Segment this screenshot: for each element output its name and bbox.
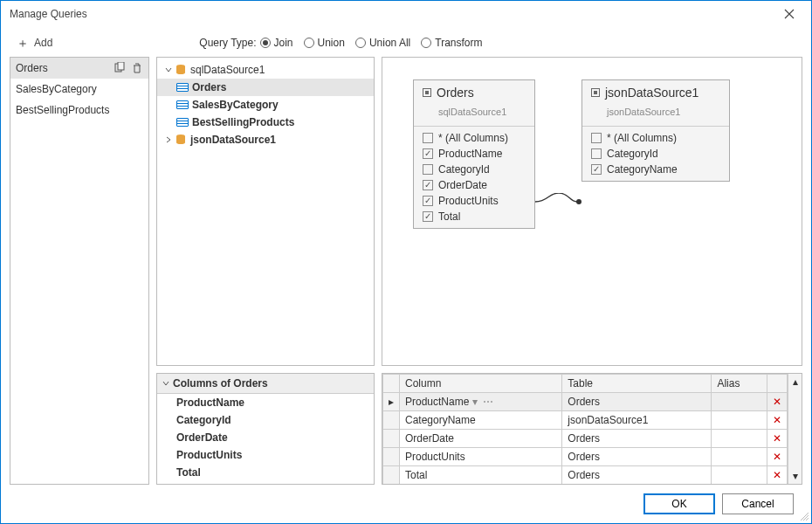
right-area: sqlDataSource1 Orders SalesByCategory [156,57,802,485]
chevron-down-icon[interactable] [162,66,175,73]
query-item-orders[interactable]: Orders [10,58,148,79]
collapse-icon[interactable] [423,88,431,97]
tree-node-jsondatasource1[interactable]: jsonDataSource1 [157,131,374,148]
query-item-bestsellingproducts[interactable]: BestSellingProducts [10,100,148,121]
checkbox-icon[interactable] [423,148,433,159]
delete-row-button[interactable]: ✕ [767,411,788,430]
scroll-up-icon[interactable]: ▴ [793,376,798,388]
column-all[interactable]: * (All Columns) [582,130,729,146]
cell-alias[interactable] [712,393,767,411]
radio-union-all[interactable]: Union All [355,37,410,49]
collapse-icon[interactable] [591,88,600,97]
column-categoryid[interactable]: CategoryId [582,146,729,162]
plus-icon: ＋ [17,37,29,49]
resize-grip-icon[interactable] [801,513,809,521]
cell-column[interactable]: OrderDate [400,430,562,448]
top-split: sqlDataSource1 Orders SalesByCategory [156,57,802,366]
radio-union[interactable]: Union [304,37,345,49]
ok-button[interactable]: OK [643,493,715,514]
join-connector[interactable] [535,193,582,210]
scroll-down-icon[interactable]: ▾ [793,470,798,482]
column-productunits[interactable]: ProductUnits [414,193,534,209]
tree-node-orders[interactable]: Orders [157,79,374,96]
column-item[interactable]: ProductUnits [157,446,374,464]
tree-node-salesbycategory[interactable]: SalesByCategory [157,96,374,114]
grid-row[interactable]: ProductUnitsOrders✕ [383,448,788,466]
query-type-group: Query Type: Join Union Union All Transfo… [199,37,489,49]
window-title: Manage Queries [10,8,87,20]
cell-alias[interactable] [712,430,767,448]
cell-column[interactable]: ProductUnits [400,448,562,466]
columns-panel-header[interactable]: Columns of Orders [157,374,374,394]
delete-row-button[interactable]: ✕ [767,430,788,448]
cell-table[interactable]: Orders [562,466,712,485]
col-header-table[interactable]: Table [562,375,712,393]
dropdown-icon[interactable]: ▾ ⋯ [469,396,493,408]
add-button[interactable]: ＋ Add [10,34,59,52]
cell-column[interactable]: CategoryName [400,411,562,430]
queries-panel: Orders SalesByCategory BestSellingProduc… [10,57,149,485]
table-card-jsondatasource1[interactable]: jsonDataSource1 jsonDataSource1 * (All C… [581,79,730,182]
cell-alias[interactable] [712,411,767,430]
radio-icon [260,38,271,48]
cell-alias[interactable] [712,448,767,466]
delete-icon[interactable] [131,62,143,74]
database-icon [175,64,187,76]
svg-point-4 [576,199,581,204]
delete-row-button[interactable]: ✕ [767,393,788,411]
checkbox-icon[interactable] [423,180,433,190]
checkbox-icon[interactable] [591,164,602,175]
query-item-salesbycategory[interactable]: SalesByCategory [10,79,148,100]
chevron-right-icon[interactable] [162,136,175,143]
radio-icon [421,38,431,48]
tree-node-bestsellingproducts[interactable]: BestSellingProducts [157,114,374,131]
checkbox-icon[interactable] [423,196,433,206]
grid-row[interactable]: CategoryNamejsonDataSource1✕ [383,411,788,430]
delete-row-button[interactable]: ✕ [767,448,788,466]
cancel-button[interactable]: Cancel [722,493,794,514]
grid-row[interactable]: TotalOrders✕ [383,466,788,485]
column-item[interactable]: ProductName [157,394,374,411]
delete-row-button[interactable]: ✕ [767,466,788,485]
col-header-column[interactable]: Column [400,375,562,393]
radio-icon [355,38,366,48]
cell-alias[interactable] [712,466,767,485]
svg-rect-1 [118,62,124,70]
column-item[interactable]: CategoryId [157,411,374,429]
grid-row[interactable]: ▸ ProductName ▾ ⋯ Orders ✕ [383,393,788,411]
grid-row[interactable]: OrderDateOrders✕ [383,430,788,448]
column-total[interactable]: Total [414,209,534,228]
card-header: jsonDataSource1 [582,80,729,101]
column-item[interactable]: OrderDate [157,429,374,446]
chevron-down-icon [162,380,169,387]
radio-join[interactable]: Join [260,37,293,49]
manage-queries-window: Manage Queries ＋ Add Query Type: Join Un… [0,0,812,524]
cell-table[interactable]: jsonDataSource1 [562,411,712,430]
radio-transform[interactable]: Transform [421,37,482,49]
column-categoryid[interactable]: CategoryId [414,162,534,177]
column-all[interactable]: * (All Columns) [414,130,534,146]
checkbox-icon[interactable] [423,164,433,175]
checkbox-icon[interactable] [591,148,602,159]
titlebar: Manage Queries [1,1,811,27]
column-productname[interactable]: ProductName [414,146,534,162]
checkbox-icon[interactable] [423,211,433,222]
cell-column[interactable]: ProductName ▾ ⋯ [400,393,562,411]
column-categoryname[interactable]: CategoryName [582,162,729,181]
cell-table[interactable]: Orders [562,393,712,411]
tree-node-sqldatasource1[interactable]: sqlDataSource1 [157,61,374,79]
close-button[interactable] [776,1,802,27]
checkbox-icon[interactable] [423,133,433,143]
cell-table[interactable]: Orders [562,448,712,466]
bottom-split: Columns of Orders ProductName CategoryId… [156,373,802,485]
copy-icon[interactable] [114,62,126,74]
cell-column[interactable]: Total [400,466,562,485]
col-header-alias[interactable]: Alias [712,375,767,393]
diagram-canvas[interactable]: Orders sqlDataSource1 * (All Columns) Pr… [382,57,802,366]
cell-table[interactable]: Orders [562,430,712,448]
column-orderdate[interactable]: OrderDate [414,177,534,193]
checkbox-icon[interactable] [591,133,602,143]
table-card-orders[interactable]: Orders sqlDataSource1 * (All Columns) Pr… [413,79,535,229]
column-item[interactable]: Total [157,464,374,481]
grid-scrollbar[interactable]: ▴ ▾ [788,374,802,484]
